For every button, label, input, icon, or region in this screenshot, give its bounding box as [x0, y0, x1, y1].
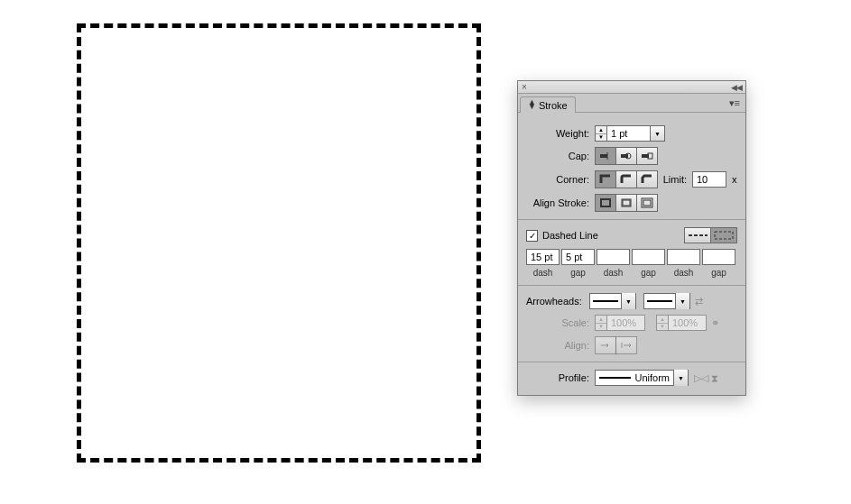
svg-rect-8 [623, 200, 630, 206]
arrowhead-none-icon [593, 300, 618, 302]
gap-field-3[interactable] [702, 249, 735, 265]
panel-titlebar[interactable]: × ◀◀ [518, 81, 745, 94]
limit-label: Limit: [658, 174, 692, 185]
dash-field-2[interactable] [597, 249, 630, 265]
scale-end-field [669, 315, 707, 331]
canvas-dashed-rectangle [77, 23, 481, 463]
corner-label: Corner: [526, 174, 595, 185]
flip-across-icon: ⧗ [711, 372, 718, 384]
svg-rect-2 [621, 154, 628, 158]
weight-dropdown-button[interactable]: ▼ [651, 125, 665, 142]
align-stroke-inside-button[interactable] [615, 194, 637, 212]
dash-preserve-aligned-button[interactable] [710, 227, 737, 243]
arrowhead-start-dropdown[interactable]: ▼ [589, 293, 636, 309]
align-stroke-outside-button[interactable] [636, 194, 658, 212]
panel-menu-icon[interactable]: ▾≡ [724, 95, 745, 112]
tab-stroke[interactable]: ▲▼Stroke [520, 96, 576, 113]
weight-label: Weight: [526, 128, 595, 139]
dashed-line-checkbox[interactable]: ✓ [526, 230, 538, 242]
arrow-align-extend-button [595, 336, 616, 354]
cap-round-button[interactable] [615, 147, 637, 165]
tab-label: Stroke [539, 100, 568, 111]
gap-field-2[interactable] [632, 249, 665, 265]
cap-button-group [595, 147, 658, 165]
close-icon[interactable]: × [518, 82, 531, 92]
scale-start-stepper: ▲▼ [595, 315, 607, 331]
arrowhead-none-icon [647, 300, 672, 302]
stroke-panel: × ◀◀ ▲▼Stroke ▾≡ Weight: ▲▼ ▼ Cap: Corne… [517, 80, 746, 396]
dash-col-label: dash [526, 268, 560, 278]
tab-updown-icon: ▲▼ [528, 100, 536, 109]
link-scale-icon: ⚭ [707, 315, 723, 331]
dash-col-label: dash [667, 268, 700, 278]
arrow-align-label: Align: [526, 340, 595, 351]
collapse-icon[interactable]: ◀◀ [727, 83, 745, 92]
arrowhead-end-dropdown[interactable]: ▼ [643, 293, 690, 309]
arrow-align-tip-button [615, 336, 637, 354]
svg-rect-10 [643, 200, 651, 206]
cap-projecting-button[interactable] [636, 147, 658, 165]
align-stroke-label: Align Stroke: [526, 197, 595, 208]
align-stroke-button-group [595, 194, 658, 212]
gap-col-label: gap [561, 268, 595, 278]
panel-body: Weight: ▲▼ ▼ Cap: Corner: Limit: x [518, 112, 745, 395]
dash-field-1[interactable] [526, 249, 560, 265]
svg-rect-6 [601, 199, 610, 206]
panel-tab-bar: ▲▼Stroke ▾≡ [518, 94, 745, 112]
dash-field-3[interactable] [667, 249, 700, 265]
profile-label: Profile: [526, 372, 595, 383]
weight-stepper[interactable]: ▲▼ [595, 125, 607, 142]
gap-col-label: gap [702, 268, 735, 278]
arrowheads-label: Arrowheads: [526, 296, 589, 307]
scale-label: Scale: [526, 317, 595, 328]
cap-butt-button[interactable] [595, 147, 616, 165]
dashed-line-label: Dashed Line [542, 230, 598, 241]
dash-col-label: dash [597, 268, 630, 278]
swap-arrowheads-icon[interactable]: ⇄ [690, 293, 707, 309]
svg-rect-0 [600, 154, 607, 158]
cap-label: Cap: [526, 151, 595, 161]
corner-miter-button[interactable] [595, 170, 616, 188]
align-stroke-center-button[interactable] [595, 194, 616, 212]
gap-col-label: gap [632, 268, 665, 278]
corner-bevel-button[interactable] [636, 170, 658, 188]
profile-value: Uniform [634, 372, 670, 383]
svg-rect-11 [715, 232, 733, 239]
scale-start-field [607, 315, 645, 331]
corner-button-group [595, 170, 658, 188]
limit-suffix: x [732, 174, 737, 185]
dash-preserve-exact-button[interactable] [684, 227, 711, 243]
profile-uniform-icon [599, 377, 631, 379]
profile-dropdown[interactable]: Uniform ▼ [595, 370, 689, 386]
corner-round-button[interactable] [615, 170, 637, 188]
flip-along-icon: ▷◁ [694, 372, 708, 384]
limit-field[interactable] [692, 171, 726, 188]
gap-field-1[interactable] [561, 249, 595, 265]
weight-field[interactable] [607, 125, 651, 142]
scale-end-stepper: ▲▼ [656, 315, 669, 331]
